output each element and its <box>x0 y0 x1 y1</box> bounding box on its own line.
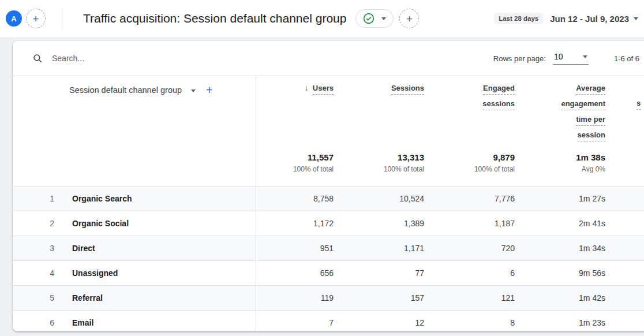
totals-dimension-cell <box>13 145 256 186</box>
add-dimension-button[interactable]: + <box>206 84 213 96</box>
metric-cell: 720 <box>437 236 527 260</box>
metric-cell: 7,776 <box>437 186 527 211</box>
account-avatar[interactable]: A <box>6 10 22 27</box>
dimension-cell: 2 Organic Social <box>13 211 256 236</box>
pagination-controls: Rows per page: 10 1-6 of 6 <box>493 52 639 65</box>
table-row: 1 Organic Search 8,758 10,524 7,776 1m 2… <box>13 186 644 211</box>
rows-per-page-label: Rows per page: <box>493 54 546 63</box>
channel-name: Unassigned <box>72 268 118 278</box>
column-divider <box>256 76 256 331</box>
row-number: 3 <box>13 244 54 253</box>
table-row: 5 Referral 119 157 121 1m 42s <box>13 285 644 310</box>
dimension-cell: 6 Email <box>13 311 256 335</box>
column-header-sessions[interactable]: Sessions <box>346 76 437 145</box>
column-header-engaged-sessions[interactable]: Engaged sessions <box>437 76 527 145</box>
metric-cell: 119 <box>256 286 346 310</box>
metric-cell: 6 <box>437 261 527 285</box>
channel-name: Referral <box>72 293 103 303</box>
metric-cell: 8,758 <box>256 186 346 211</box>
metric-cell: 12 <box>346 311 437 335</box>
row-number: 1 <box>13 194 54 203</box>
date-range-selector[interactable]: Jun 12 - Jul 9, 2023 <box>550 14 638 24</box>
top-bar: A + Traffic acquisition: Session default… <box>0 0 644 37</box>
add-comparison-button[interactable]: + <box>26 9 46 28</box>
table-row: 6 Email 7 12 8 1m 23s <box>13 310 644 335</box>
metric-cell: 1m 34s <box>527 236 618 260</box>
metric-cell: 77 <box>346 261 437 285</box>
chevron-down-icon <box>381 17 386 20</box>
row-number: 4 <box>13 268 54 278</box>
totals-cell: 11,557 100% of total <box>256 145 346 186</box>
rows-per-page-value: 10 <box>554 52 563 61</box>
table-header-row: Session default channel group + ↓Users S… <box>13 76 644 145</box>
check-circle-icon <box>363 13 375 24</box>
row-number: 5 <box>13 293 54 303</box>
metric-cell: 2m 41s <box>527 211 618 236</box>
sort-descending-icon: ↓ <box>305 83 309 92</box>
header-divider <box>62 8 62 29</box>
channel-name: Organic Search <box>72 194 132 203</box>
report-status-dropdown[interactable] <box>355 9 394 28</box>
metric-cell: 1m 23s <box>527 311 618 335</box>
column-header-users[interactable]: ↓Users <box>256 76 346 145</box>
search-input[interactable] <box>51 53 238 64</box>
table-row: 2 Organic Social 1,172 1,389 1,187 2m 41… <box>13 211 644 236</box>
channel-name: Email <box>72 318 93 327</box>
table-row: 4 Unassigned 656 77 6 9m 56s <box>13 260 644 285</box>
metric-cell: 1m 27s <box>527 186 618 211</box>
date-range-text: Jun 12 - Jul 9, 2023 <box>550 14 629 24</box>
totals-cell: 9,879 100% of total <box>437 145 527 186</box>
search-box <box>32 53 238 64</box>
table-toolbar: Rows per page: 10 1-6 of 6 <box>13 41 644 76</box>
rows-per-page-select[interactable]: 10 <box>553 52 589 65</box>
chevron-down-icon <box>634 17 638 20</box>
metric-cell: 1,171 <box>346 236 437 260</box>
pagination-status: 1-6 of 6 <box>614 54 639 63</box>
dimension-cell: 1 Organic Search <box>13 186 256 211</box>
metric-cell: 157 <box>346 286 437 310</box>
dimension-cell: 3 Direct <box>13 236 256 260</box>
avatar-letter: A <box>11 14 16 23</box>
metric-cell: 951 <box>256 236 346 260</box>
page-title: Traffic acquisition: Session default cha… <box>83 12 346 25</box>
channel-name: Direct <box>72 244 95 253</box>
date-preset-badge[interactable]: Last 28 days <box>494 13 543 24</box>
row-number: 6 <box>13 318 54 327</box>
metric-cell: 9m 56s <box>527 261 618 285</box>
row-number: 2 <box>13 219 54 228</box>
metric-cell: 1,389 <box>346 211 437 236</box>
totals-row: 11,557 100% of total 13,313 100% of tota… <box>13 145 644 186</box>
metric-cell: 1,172 <box>256 211 346 236</box>
chevron-down-icon <box>191 89 196 92</box>
metric-cell: 121 <box>437 286 527 310</box>
search-icon <box>32 53 43 64</box>
totals-cell: 13,313 100% of total <box>346 145 437 186</box>
metric-cell: 8 <box>437 311 527 335</box>
dimension-cell: 5 Referral <box>13 286 256 310</box>
metric-cell: 656 <box>256 261 346 285</box>
date-controls: Last 28 days Jun 12 - Jul 9, 2023 <box>494 13 638 24</box>
dimension-header-label: Session default channel group <box>69 85 182 95</box>
plus-icon: + <box>406 13 413 24</box>
dimension-header[interactable]: Session default channel group + <box>13 76 256 145</box>
column-header-avg-engagement-time[interactable]: Average engagement time per session <box>527 76 618 145</box>
dimension-cell: 4 Unassigned <box>13 261 256 285</box>
channel-name: Organic Social <box>72 219 129 228</box>
chevron-down-icon <box>583 55 587 58</box>
totals-cell: 1m 38s Avg 0% <box>527 145 618 186</box>
metric-cell: 10,524 <box>346 186 437 211</box>
plus-icon: + <box>32 13 39 24</box>
report-table-card: Rows per page: 10 1-6 of 6 Session defau… <box>13 41 644 331</box>
add-segment-button[interactable]: + <box>399 9 419 28</box>
metric-cell: 1,187 <box>437 211 527 236</box>
metric-cell: 7 <box>256 311 346 335</box>
column-header-truncated[interactable]: s <box>618 76 644 145</box>
metric-cell: 1m 42s <box>527 286 618 310</box>
table-row: 3 Direct 951 1,171 720 1m 34s <box>13 236 644 260</box>
